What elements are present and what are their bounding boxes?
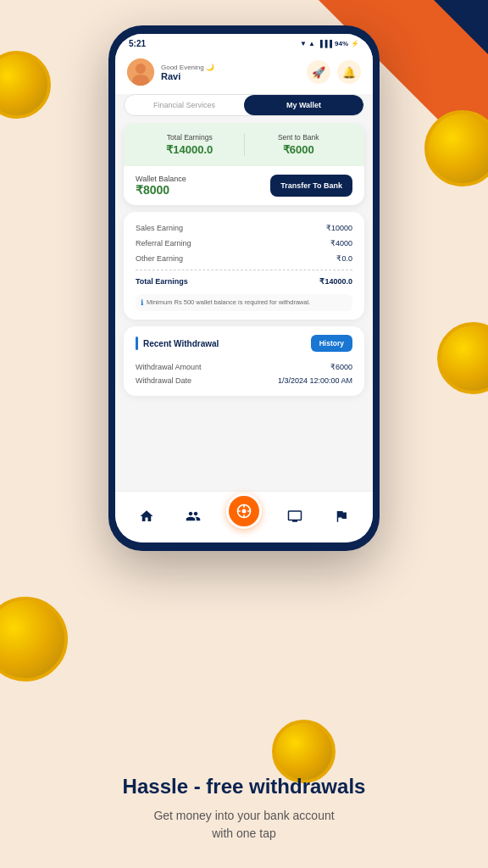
info-icon: ℹ: [141, 298, 143, 307]
withdrawal-header: Recent Withdrawal History: [136, 335, 352, 352]
wallet-balance-section: Wallet Balance ₹8000 Transfer To Bank: [124, 166, 364, 205]
bell-icon: 🔔: [342, 66, 356, 79]
svg-point-1: [136, 64, 146, 74]
withdrawal-info-note: ℹ Minimum Rs 500 wallet balance is requi…: [136, 294, 352, 311]
breakdown-total-value: ₹14000.0: [319, 277, 352, 286]
other-earning-label: Other Earning: [136, 254, 183, 263]
nav-screen[interactable]: [281, 503, 308, 530]
rocket-button[interactable]: 🚀: [307, 60, 330, 84]
main-headline: Hassle - free withdrawals: [123, 775, 366, 798]
tab-financial-services[interactable]: Financial Services: [125, 95, 244, 115]
breakdown-row-sales: Sales Earning ₹10000: [136, 220, 352, 236]
blue-bar-accent: [136, 337, 138, 350]
avatar: [127, 58, 154, 86]
info-text: Minimum Rs 500 wallet balance is require…: [147, 298, 310, 306]
withdrawal-amount-row: Withdrawal Amount ₹6000: [136, 360, 352, 374]
nav-people[interactable]: [180, 503, 207, 530]
total-earnings-row: Total Earnings ₹14000.0: [136, 274, 352, 289]
earnings-summary-row: Total Earnings ₹14000.0 Sent to Bank ₹60…: [124, 123, 364, 166]
earnings-card: Total Earnings ₹14000.0 Sent to Bank ₹60…: [124, 123, 364, 205]
total-earnings-label: Total Earnings: [136, 133, 244, 142]
withdrawal-date-label: Withdrawal Date: [136, 376, 191, 385]
referral-earning-value: ₹4000: [330, 239, 352, 248]
bottom-text-section: Hassle - free withdrawals Get money into…: [0, 656, 488, 868]
breakdown-divider: [136, 270, 352, 270]
total-earnings-value: ₹14000.0: [136, 143, 244, 156]
breakdown-row-referral: Referral Earning ₹4000: [136, 236, 352, 251]
svg-point-4: [241, 509, 246, 514]
nav-center-button[interactable]: [226, 493, 262, 529]
coin-decoration-mr: [437, 322, 488, 394]
tab-my-wallet[interactable]: My Wallet: [244, 95, 363, 115]
coin-decoration-tl: [0, 51, 51, 119]
breakdown-total-label: Total Earnings: [136, 277, 188, 286]
username-text: Ravi: [161, 71, 214, 81]
rocket-icon: 🚀: [312, 66, 325, 79]
coin-decoration-tr: [424, 110, 488, 186]
battery-icon: ⚡: [351, 40, 359, 47]
other-earning-value: ₹0.0: [336, 254, 352, 263]
phone-screen: 5:21 ▼ ▲ ▐▐▐ 94% ⚡ Good Evening �: [115, 34, 373, 542]
total-earnings-col: Total Earnings ₹14000.0: [136, 133, 245, 156]
sent-to-bank-col: Sent to Bank ₹6000: [245, 133, 353, 156]
signal-icon: ▐▐▐: [318, 40, 332, 47]
header-icons: 🚀 🔔: [307, 60, 361, 84]
bell-button[interactable]: 🔔: [337, 60, 361, 84]
withdrawal-title-row: Recent Withdrawal: [136, 337, 219, 350]
nav-flag[interactable]: [328, 503, 355, 530]
earnings-breakdown-card: Sales Earning ₹10000 Referral Earning ₹4…: [124, 212, 364, 320]
breakdown-row-other: Other Earning ₹0.0: [136, 251, 352, 266]
status-icons: ▼ ▲ ▐▐▐ 94% ⚡: [300, 40, 359, 47]
wifi-icon: ▼ ▲: [300, 40, 315, 47]
app-header: Good Evening 🌙 Ravi 🚀 🔔: [115, 52, 373, 94]
history-button[interactable]: History: [311, 335, 352, 352]
header-left: Good Evening 🌙 Ravi: [127, 58, 214, 86]
withdrawal-date-value: 1/3/2024 12:00:00 AM: [278, 376, 352, 385]
header-text: Good Evening 🌙 Ravi: [161, 64, 214, 81]
sent-to-bank-label: Sent to Bank: [245, 133, 353, 142]
status-time: 5:21: [129, 39, 146, 48]
transfer-to-bank-button[interactable]: Transfer To Bank: [270, 175, 352, 197]
wallet-balance-label: Wallet Balance: [136, 175, 186, 183]
phone-mockup: 5:21 ▼ ▲ ▐▐▐ 94% ⚡ Good Evening �: [108, 25, 380, 551]
sub-headline: Get money into your bank accountwith one…: [153, 807, 334, 843]
main-scroll-content[interactable]: Total Earnings ₹14000.0 Sent to Bank ₹60…: [115, 123, 373, 491]
withdrawal-amount-label: Withdrawal Amount: [136, 363, 202, 371]
wallet-balance-value: ₹8000: [136, 183, 186, 197]
recent-withdrawal-card: Recent Withdrawal History Withdrawal Amo…: [124, 326, 364, 396]
withdrawal-date-row: Withdrawal Date 1/3/2024 12:00:00 AM: [136, 374, 352, 387]
status-bar: 5:21 ▼ ▲ ▐▐▐ 94% ⚡: [115, 34, 373, 52]
withdrawal-amount-value: ₹6000: [330, 363, 352, 371]
sent-to-bank-value: ₹6000: [245, 143, 353, 156]
nav-home[interactable]: [133, 503, 160, 530]
tab-navigation: Financial Services My Wallet: [124, 94, 364, 116]
withdrawal-title: Recent Withdrawal: [143, 339, 219, 348]
sales-earning-value: ₹10000: [326, 224, 352, 232]
sales-earning-label: Sales Earning: [136, 224, 183, 232]
greeting-text: Good Evening 🌙: [161, 64, 214, 71]
battery-label: 94%: [335, 40, 348, 47]
wallet-balance-info: Wallet Balance ₹8000: [136, 175, 186, 197]
bottom-navigation: [115, 491, 373, 542]
referral-earning-label: Referral Earning: [136, 239, 191, 248]
